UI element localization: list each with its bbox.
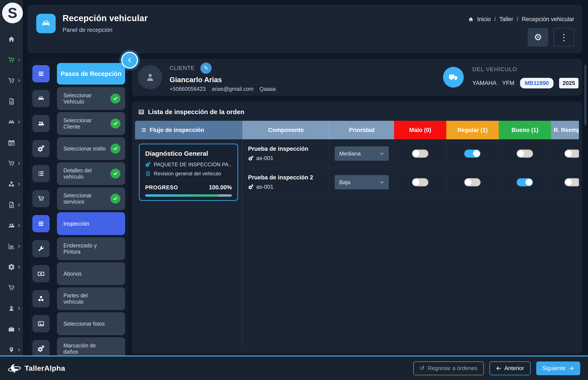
priority-select-row2[interactable]: Baja: [335, 175, 389, 189]
rail-item-locations[interactable]: [0, 340, 23, 355]
step-icon-inspeccion[interactable]: [32, 215, 50, 232]
step-icon-enderezado-y-pintura[interactable]: [32, 240, 50, 257]
step-item-abonos[interactable]: Abonos: [57, 262, 125, 285]
toggle-malo-row1[interactable]: [412, 150, 428, 158]
pencil-icon: ✎: [204, 65, 208, 71]
step-item-seleccionar-servicios[interactable]: Seleccionar servicios: [57, 187, 125, 210]
toggle-regular-row1[interactable]: [464, 150, 481, 158]
next-button[interactable]: Siguiente: [536, 361, 580, 375]
gear-icon: [8, 263, 15, 271]
step-item-seleccionar-cliente[interactable]: Seleccionar Cliente: [57, 112, 125, 135]
toggle-reemplazo-row2[interactable]: [565, 178, 579, 186]
breadcrumb-separator: /: [517, 16, 518, 23]
rail-item-inventory[interactable]: [0, 174, 23, 194]
toggle-knob: [565, 150, 572, 157]
footer-bar: TallerAlpha ↺Regresar a órdenes Anterior…: [0, 355, 588, 380]
rail-item-calendar[interactable]: [0, 133, 23, 153]
rail-item-portfolio[interactable]: [0, 319, 23, 340]
step-icon-detalles-del-vehiculo[interactable]: [32, 165, 50, 182]
rail-item-orders[interactable]: [0, 70, 23, 91]
flow-card-title: Diagnóstico General: [145, 150, 232, 157]
column-header-malo: Malo (0): [394, 121, 446, 139]
step-icon-abonos[interactable]: [32, 265, 50, 282]
inspection-table: Flujo de inspección Componente Prioridad…: [135, 121, 579, 347]
breadcrumb-inicio[interactable]: Inicio: [477, 16, 491, 23]
step-item-detalles-del-vehiculo[interactable]: Detalles del vehículo: [57, 162, 125, 185]
step-icon-marcacion-de-danos[interactable]: [32, 340, 50, 355]
step-icon-seleccionar-fotos[interactable]: [32, 315, 50, 332]
more-options-button[interactable]: ⋮: [553, 28, 574, 47]
gears-icon: [248, 155, 254, 161]
rail-item-purchases[interactable]: [0, 153, 23, 174]
component-code: as-001: [256, 155, 273, 162]
reception-steps-panel: Pasos de Recepción Seleccionar Vehículo …: [29, 58, 128, 355]
toggle-bueno-row1[interactable]: [517, 150, 533, 158]
step-item-seleccionar-estilo[interactable]: Seleccionar estilo: [57, 137, 125, 160]
arrow-right-icon: [569, 365, 574, 371]
app-logo[interactable]: S: [2, 2, 23, 23]
step-done-check: [111, 119, 120, 129]
diagnostic-flow-card[interactable]: Diagnóstico General PAQUETE DE INSPECCIÓ…: [139, 144, 238, 201]
step-item-marcacion-de-danos[interactable]: Marcación de daños: [57, 337, 125, 355]
step-item-enderezado-y-pintura[interactable]: Enderezado y Pintura: [57, 237, 125, 260]
edit-client-button[interactable]: ✎: [200, 62, 212, 74]
step-icon-seleccionar-servicios[interactable]: [32, 190, 50, 207]
reception-car-icon: [36, 14, 56, 33]
rail-item-vehicles[interactable]: [0, 112, 23, 133]
step-icon-seleccionar-vehiculo[interactable]: [32, 90, 50, 107]
toggle-reemplazo-row1[interactable]: [565, 150, 579, 158]
flow-card-package: PAQUETE DE INSPECCIÓN PA...: [154, 162, 232, 168]
column-header-regular: Regular (1): [446, 121, 499, 139]
step-label: Seleccionar estilo: [63, 146, 106, 152]
step-label: Detalles del vehículo: [63, 167, 107, 180]
users-icon: [8, 222, 15, 229]
chevron-right-icon: [17, 161, 21, 166]
toggle-bueno-row2[interactable]: [517, 178, 533, 186]
back-to-orders-button[interactable]: ↺Regresar a órdenes: [413, 361, 484, 375]
column-header-bueno: Bueno (1): [499, 121, 551, 139]
priority-select-row1[interactable]: Mediana: [335, 146, 389, 161]
check-icon: [113, 171, 118, 176]
inspection-title: Lista de inspección de la orden: [148, 108, 244, 115]
wrench-icon: [37, 245, 45, 252]
toggle-regular-row2[interactable]: [464, 178, 481, 186]
step-label: Seleccionar fotos: [63, 321, 105, 327]
gear-icon: ⚙: [534, 32, 542, 42]
step-item-inspeccion[interactable]: Inspección: [57, 212, 125, 235]
scrollbar-thumb[interactable]: [584, 65, 587, 125]
step-label: Enderezado y Pintura: [63, 242, 107, 255]
rail-item-reports[interactable]: [0, 236, 23, 257]
cart-icon: [8, 284, 15, 291]
toggle-knob: [565, 179, 572, 186]
rail-item-invoices[interactable]: [0, 194, 23, 215]
rail-item-documents[interactable]: [0, 91, 23, 112]
progress-label: PROGRESO: [145, 184, 178, 191]
step-icon-partes-del-vehiculo[interactable]: [32, 290, 50, 307]
step-icon-seleccionar-estilo[interactable]: [32, 140, 50, 157]
steps-menu-button[interactable]: [32, 65, 50, 82]
rail-item-suppliers[interactable]: [0, 298, 23, 319]
rail-item-customers[interactable]: [0, 215, 23, 236]
collapse-steps-button[interactable]: [121, 52, 138, 69]
rail-item-home[interactable]: [0, 29, 23, 50]
step-item-partes-del-vehiculo[interactable]: Partes del vehículo: [57, 287, 125, 310]
step-item-seleccionar-vehiculo[interactable]: Seleccionar Vehículo: [57, 87, 125, 110]
toggle-malo-row2[interactable]: [412, 178, 428, 186]
client-extra: Qaaaa: [260, 86, 276, 92]
toggle-knob: [473, 150, 480, 157]
step-icon-seleccionar-cliente[interactable]: [32, 115, 50, 132]
step-item-seleccionar-fotos[interactable]: Seleccionar fotos: [57, 312, 125, 335]
doc-icon: [8, 98, 15, 105]
settings-button[interactable]: ⚙: [528, 28, 548, 47]
breadcrumb-taller[interactable]: Taller: [499, 16, 513, 23]
rail-item-store[interactable]: [0, 277, 23, 298]
previous-button[interactable]: Anterior: [490, 361, 531, 375]
rail-item-pos-sale[interactable]: [0, 50, 23, 70]
chevron-right-icon: [17, 348, 21, 352]
step-done-check: [111, 194, 120, 204]
progress-bar: [145, 194, 232, 197]
home-icon: [8, 36, 15, 43]
vehicle-section-label: DEL VEHÍCULO: [472, 66, 579, 73]
column-header-reemplazo: R. Reemplazo: [551, 121, 579, 139]
rail-item-settings[interactable]: [0, 257, 23, 277]
